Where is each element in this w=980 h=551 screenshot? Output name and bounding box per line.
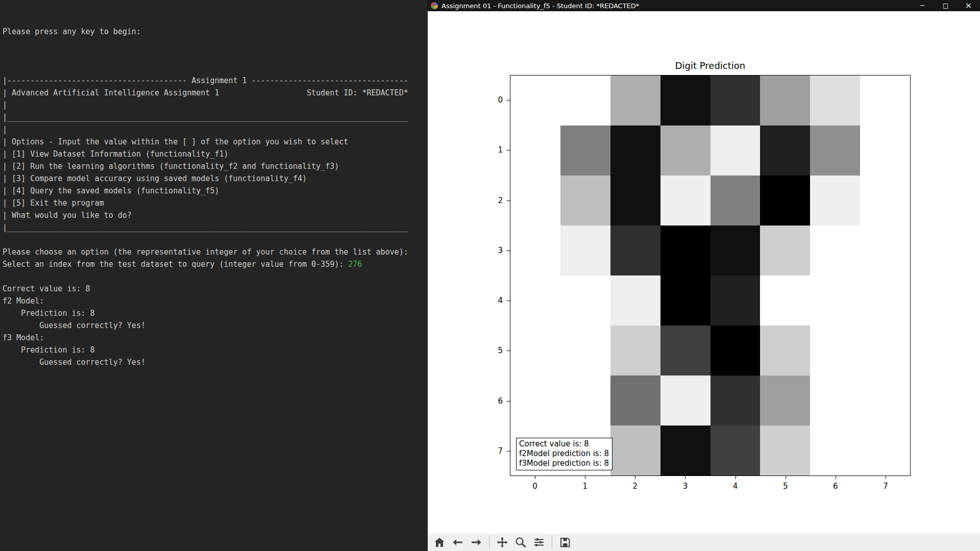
x-tick-label: 5 bbox=[761, 476, 811, 493]
maximize-button[interactable]: □ bbox=[934, 0, 957, 11]
heatmap-cell bbox=[710, 375, 761, 425]
matplotlib-window: Assignment 01 - Functionality_f5 - Stude… bbox=[428, 0, 980, 551]
heatmap-cell bbox=[560, 276, 610, 325]
heatmap-cell bbox=[610, 76, 660, 126]
y-tick-label: 3 bbox=[482, 226, 503, 276]
heatmap-cell bbox=[710, 126, 761, 176]
figure-canvas[interactable]: Digit Prediction 01234567 Correct value … bbox=[428, 11, 980, 534]
save-icon bbox=[559, 536, 571, 548]
terminal-line: Correct value is: 8 bbox=[3, 283, 428, 295]
terminal-line: |_______________________________________… bbox=[3, 111, 428, 123]
x-tick-label: 4 bbox=[710, 476, 761, 493]
zoom-button[interactable] bbox=[513, 535, 528, 550]
terminal-line: | [4] Query the saved models (functional… bbox=[3, 185, 428, 197]
heatmap-cell bbox=[860, 375, 910, 425]
terminal-line: | Advanced Artificial Intelligence Assig… bbox=[3, 87, 428, 99]
heatmap-cell bbox=[660, 176, 710, 226]
back-button[interactable] bbox=[450, 535, 465, 550]
terminal-line: | bbox=[3, 123, 428, 136]
home-button[interactable] bbox=[432, 535, 447, 550]
heatmap-cell bbox=[860, 425, 910, 475]
close-button[interactable]: × bbox=[957, 0, 980, 11]
app-icon bbox=[431, 2, 438, 9]
heatmap-cell bbox=[810, 76, 860, 126]
heatmap-cell bbox=[510, 375, 560, 425]
heatmap-cell bbox=[660, 425, 710, 475]
terminal-line: | [1] View Dataset Information (function… bbox=[3, 148, 428, 160]
terminal-line: | bbox=[3, 99, 428, 111]
heatmap-cell bbox=[810, 375, 860, 425]
terminal[interactable]: Please press any key to begin:|---------… bbox=[0, 0, 428, 551]
heatmap-cell bbox=[710, 276, 761, 325]
toolbar-separator bbox=[489, 536, 489, 549]
heatmap-cell bbox=[860, 126, 910, 176]
zoom-icon bbox=[514, 536, 527, 548]
y-tick-label: 0 bbox=[482, 75, 503, 125]
heatmap-cell bbox=[560, 76, 610, 126]
terminal-line: f3 Model: bbox=[3, 332, 428, 344]
terminal-line: |_______________________________________… bbox=[3, 221, 428, 234]
terminal-output: Please press any key to begin:|---------… bbox=[3, 26, 428, 368]
y-tick-label: 7 bbox=[482, 426, 503, 476]
heatmap-cell bbox=[760, 226, 810, 276]
x-axis-ticks: 01234567 bbox=[510, 476, 911, 493]
heatmap-cell bbox=[560, 325, 610, 375]
heatmap-cell bbox=[510, 226, 560, 276]
terminal-line bbox=[3, 234, 428, 246]
annotation-line: Correct value is: 8 bbox=[519, 439, 609, 449]
terminal-line: Please choose an option (the representat… bbox=[3, 246, 428, 258]
save-button[interactable] bbox=[557, 535, 573, 550]
terminal-line bbox=[3, 270, 428, 283]
heatmap-cell bbox=[710, 176, 761, 226]
minimize-icon: − bbox=[920, 0, 925, 11]
heatmap-cell bbox=[610, 276, 660, 325]
x-tick-label: 2 bbox=[610, 476, 660, 493]
configure-subplots-icon bbox=[533, 536, 545, 548]
heatmap-cell bbox=[860, 76, 910, 126]
heatmap-cell bbox=[860, 176, 910, 226]
terminal-line: Guessed correctly? Yes! bbox=[3, 319, 428, 332]
heatmap-cell bbox=[660, 375, 710, 425]
heatmap-cell bbox=[860, 325, 910, 375]
terminal-line: Prediction is: 8 bbox=[3, 307, 428, 319]
terminal-line bbox=[3, 38, 428, 50]
heatmap-cell bbox=[660, 126, 710, 176]
pan-button[interactable] bbox=[495, 535, 510, 550]
heatmap-cell bbox=[760, 276, 810, 325]
heatmap-cell bbox=[510, 325, 560, 375]
y-tick-label: 2 bbox=[482, 176, 503, 226]
x-tick-label: 1 bbox=[560, 476, 610, 493]
heatmap-cell bbox=[560, 226, 610, 276]
heatmap-cell bbox=[610, 226, 660, 276]
heatmap-cell bbox=[760, 425, 810, 475]
terminal-line: | Options - Input the value within the [… bbox=[3, 136, 428, 148]
y-tick-label: 4 bbox=[482, 276, 503, 325]
terminal-line bbox=[3, 62, 428, 74]
heatmap-cell bbox=[510, 76, 560, 126]
heatmap-cell bbox=[760, 76, 810, 126]
y-axis-ticks: 01234567 bbox=[482, 75, 503, 476]
heatmap-cell bbox=[810, 176, 860, 226]
heatmap-cell bbox=[510, 276, 560, 325]
y-tick-label: 6 bbox=[482, 376, 503, 426]
heatmap-cell bbox=[710, 226, 761, 276]
back-icon bbox=[452, 536, 464, 548]
terminal-line: | [2] Run the learning algorithms (funct… bbox=[3, 160, 428, 172]
heatmap-cell bbox=[610, 375, 660, 425]
terminal-line: Select an index from the test dataset to… bbox=[3, 258, 428, 270]
heatmap-cell bbox=[610, 325, 660, 375]
forward-button[interactable] bbox=[469, 535, 484, 550]
terminal-line bbox=[3, 50, 428, 62]
window-title: Assignment 01 - Functionality_f5 - Stude… bbox=[442, 2, 911, 10]
heatmap-cell bbox=[760, 126, 810, 176]
heatmap-cell bbox=[760, 176, 810, 226]
heatmap-cell bbox=[860, 276, 910, 325]
configure-subplots-button[interactable] bbox=[531, 535, 547, 550]
heatmap-cell bbox=[660, 226, 710, 276]
terminal-line: Guessed correctly? Yes! bbox=[3, 356, 428, 368]
x-tick-label: 7 bbox=[861, 476, 911, 493]
window-titlebar[interactable]: Assignment 01 - Functionality_f5 - Stude… bbox=[428, 0, 980, 11]
minimize-button[interactable]: − bbox=[911, 0, 934, 11]
terminal-line: | What would you like to do? bbox=[3, 209, 428, 221]
heatmap-cell bbox=[760, 325, 810, 375]
